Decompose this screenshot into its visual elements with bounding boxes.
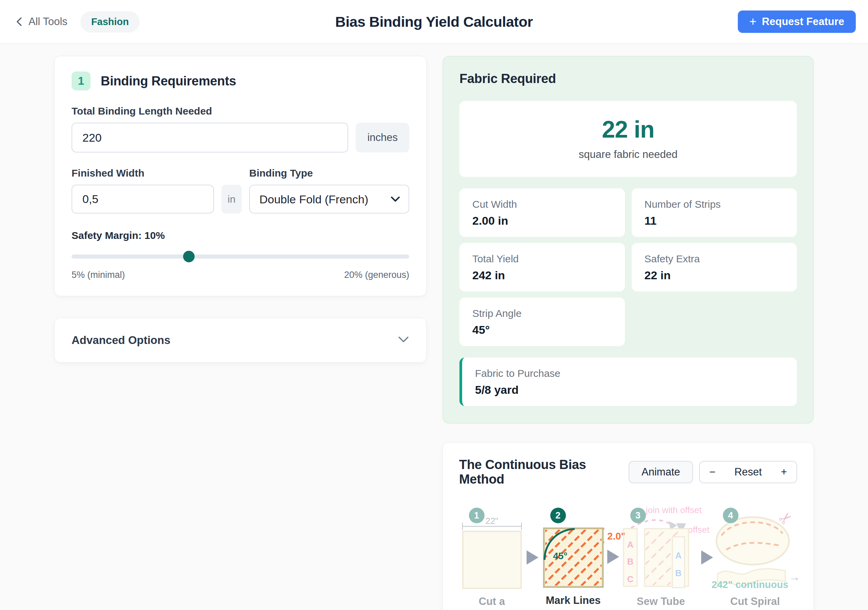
length-unit: inches — [356, 123, 409, 153]
request-feature-label: Request Feature — [762, 15, 844, 28]
type-label: Binding Type — [249, 167, 409, 179]
back-to-all-tools-link[interactable]: All Tools — [15, 15, 67, 28]
step-number-badge: 1 — [71, 71, 90, 90]
slider-track[interactable] — [71, 254, 409, 259]
marked-square-graphic: 45° — [543, 527, 604, 588]
binding-requirements-card: 1 Binding Requirements Total Binding Len… — [54, 56, 426, 296]
svg-text:B: B — [675, 568, 682, 578]
svg-text:A: A — [627, 539, 633, 550]
stat-cut-width: Cut Width 2.00 in — [459, 189, 625, 237]
fabric-required-card: Fabric Required 22 in square fabric need… — [442, 56, 814, 424]
svg-text:B: B — [627, 556, 633, 567]
animate-button[interactable]: Animate — [629, 461, 693, 483]
arrow-right-icon: → — [789, 570, 800, 583]
length-label: Total Binding Length Needed — [71, 105, 409, 117]
arrow-right-icon — [701, 550, 713, 565]
binding-requirements-title: Binding Requirements — [101, 74, 236, 88]
plus-icon: + — [749, 15, 756, 28]
svg-text:45°: 45° — [553, 551, 567, 561]
advanced-options-toggle[interactable]: Advanced Options — [54, 318, 426, 362]
svg-text:A: A — [675, 550, 682, 560]
app-header: All Tools Fashion Bias Binding Yield Cal… — [0, 0, 868, 44]
advanced-options-title: Advanced Options — [71, 334, 170, 347]
zoom-out-button[interactable]: − — [700, 461, 725, 483]
step-2-badge: 2 — [550, 508, 566, 523]
length-input[interactable] — [71, 123, 348, 153]
fabric-hero-value: 22 in — [466, 116, 790, 143]
zoom-reset-group: − Reset + — [699, 461, 797, 483]
chevron-left-icon — [15, 17, 24, 27]
page-title: Bias Binding Yield Calculator — [335, 14, 533, 30]
step-1-badge: 1 — [469, 508, 485, 523]
step-sew-tube: 3 join with offset offset A B C — [623, 508, 699, 610]
arrow-right-icon — [527, 550, 538, 565]
svg-text:offset: offset — [688, 525, 710, 535]
fabric-to-purchase: Fabric to Purchase 5/8 yard — [459, 358, 797, 406]
width-unit: in — [222, 185, 242, 214]
reset-button[interactable]: Reset — [725, 461, 771, 483]
margin-max-label: 20% (generous) — [344, 270, 409, 280]
finished-width-input[interactable] — [71, 185, 214, 214]
fabric-required-title: Fabric Required — [459, 71, 797, 86]
stat-safety-extra: Safety Extra 22 in — [632, 243, 797, 291]
svg-text:242" continuous: 242" continuous — [711, 579, 788, 590]
zoom-in-button[interactable]: + — [771, 461, 797, 483]
stat-strip-angle: Strip Angle 45° — [459, 297, 625, 346]
category-badge: Fashion — [81, 11, 140, 33]
bias-method-diagram: 1 22" Cut a Square 22" × 22" 2 — [459, 508, 797, 610]
safety-margin-label: Safety Margin: 10% — [71, 230, 409, 241]
back-label: All Tools — [28, 15, 67, 28]
step-cut-a-square: 1 22" Cut a Square 22" × 22" — [462, 508, 522, 610]
safety-margin-slider[interactable] — [71, 251, 409, 262]
step-3-badge: 3 — [630, 508, 646, 523]
method-title: The Continuous Bias Method — [459, 457, 629, 487]
stat-number-of-strips: Number of Strips 11 — [632, 189, 797, 237]
step-4-badge: 4 — [723, 508, 738, 523]
width-label: Finished Width — [71, 167, 242, 179]
request-feature-button[interactable]: + Request Feature — [738, 11, 856, 33]
stat-total-yield: Total Yield 242 in — [459, 243, 625, 291]
fabric-hero-caption: square fabric needed — [466, 149, 790, 161]
continuous-bias-method-card: The Continuous Bias Method Animate − Res… — [442, 442, 814, 610]
main-content: 1 Binding Requirements Total Binding Len… — [0, 44, 868, 610]
slider-thumb[interactable] — [183, 251, 195, 262]
fabric-square-graphic — [462, 531, 522, 589]
arrow-right-icon — [607, 550, 619, 564]
svg-text:join with offset: join with offset — [645, 505, 702, 515]
svg-text:C: C — [627, 574, 633, 584]
step-mark-lines: 2 45° Mark Lines 2.0" apart at 45° — [543, 508, 604, 610]
fabric-hero: 22 in square fabric needed — [459, 101, 797, 177]
binding-type-select[interactable]: Double Fold (French) — [249, 185, 409, 214]
dimension-line: 22" — [462, 520, 522, 531]
margin-min-label: 5% (minimal) — [71, 270, 125, 280]
chevron-down-icon — [398, 336, 409, 345]
step-cut-spiral: 4 ✂ → 242" continuous Cut Spiral One con… — [715, 508, 795, 610]
